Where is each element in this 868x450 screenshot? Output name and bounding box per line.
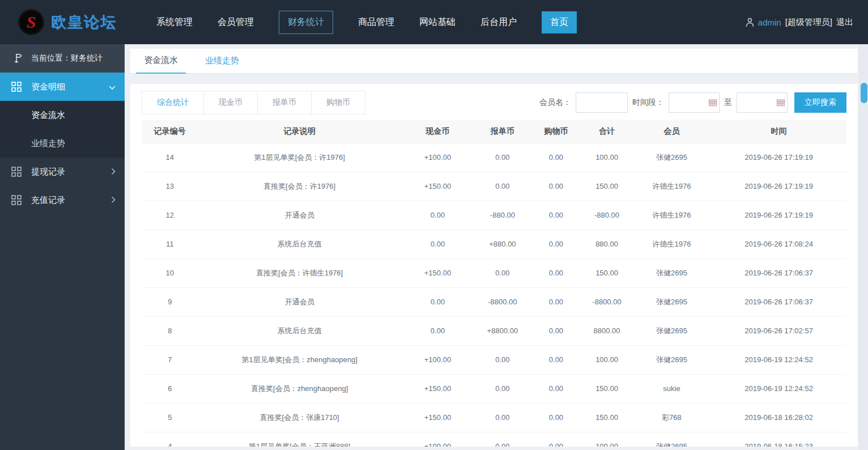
search-button[interactable]: 立即搜索 — [794, 92, 846, 113]
nav-item-finance[interactable]: 财务统计 — [279, 11, 333, 34]
to-label: 至 — [724, 97, 732, 108]
table-cell: 5 — [142, 403, 198, 432]
nav-item-system[interactable]: 系统管理 — [156, 16, 193, 28]
logo-text: 欧皇论坛 — [51, 12, 117, 32]
filter-comprehensive[interactable]: 综合统计 — [142, 91, 204, 114]
grid-icon — [10, 165, 23, 178]
table-cell: 14 — [142, 143, 198, 172]
table-cell: 许德生1976 — [632, 230, 711, 258]
tab-fund-flow[interactable]: 资金流水 — [136, 55, 186, 74]
table-cell: +150.00 — [401, 403, 474, 432]
nav-item-site[interactable]: 网站基础 — [419, 16, 456, 28]
sidebar-item-funds-detail[interactable]: 资金明细 — [0, 73, 125, 101]
breadcrumb-current-location: 当前位置：财务统计 — [0, 44, 125, 73]
signpost-icon — [10, 52, 23, 65]
username-link[interactable]: admin — [758, 18, 781, 27]
table-cell: 6 — [142, 374, 198, 403]
filter-shopping-coin[interactable]: 购物币 — [311, 91, 365, 114]
chevron-down-icon — [109, 82, 116, 92]
logout-link[interactable]: 退出 — [836, 17, 853, 28]
table-cell: 0.00 — [474, 403, 531, 432]
table-cell: 直推奖[会员：许德生1976] — [198, 258, 401, 287]
vertical-scrollbar[interactable] — [859, 44, 868, 450]
sidebar-item-withdraw-records[interactable]: 提现记录 — [0, 158, 125, 186]
col-member: 会员 — [632, 120, 711, 143]
table-cell: 150.00 — [581, 172, 632, 201]
table-cell: +150.00 — [401, 172, 474, 201]
filter-cash-coin[interactable]: 现金币 — [203, 91, 258, 114]
table-cell: 100.00 — [581, 143, 632, 172]
table-cell: -880.00 — [474, 201, 531, 230]
table-cell: 0.00 — [401, 230, 474, 258]
filter-row: 综合统计 现金币 报单币 购物币 会员名： 时间段： — [142, 91, 846, 114]
member-name-input[interactable] — [576, 92, 628, 113]
table-cell: 8 — [142, 316, 198, 345]
user-role: [超级管理员] — [785, 17, 832, 28]
table-cell: 0.00 — [401, 287, 474, 316]
table-cell: 9 — [142, 287, 198, 316]
table-row: 11系统后台充值0.00+880.000.00880.00许德生19762019… — [142, 230, 846, 258]
sidebar-item-recharge-records[interactable]: 充值记录 — [0, 186, 125, 214]
nav-item-members[interactable]: 会员管理 — [218, 16, 254, 28]
sidebar-subitem-label: 资金流水 — [31, 110, 65, 121]
col-total: 合计 — [581, 120, 632, 143]
table-cell: 0.00 — [531, 287, 582, 316]
col-time: 时间 — [711, 120, 846, 143]
period-label: 时间段： — [632, 97, 664, 108]
table-cell: 开通会员 — [198, 201, 401, 230]
table-cell: 0.00 — [531, 172, 582, 201]
sidebar-subitem-performance-trend[interactable]: 业绩走势 — [0, 129, 125, 158]
nav-item-products[interactable]: 商品管理 — [358, 16, 394, 28]
sidebar-subitem-fund-flow[interactable]: 资金流水 — [0, 101, 125, 129]
table-row: 7第1层见单奖[会员：zhenghaopeng]+100.000.000.001… — [142, 345, 846, 374]
table-row: 4第1层见单奖[会员：王亚洲888]+100.000.000.00100.00张… — [142, 432, 846, 447]
table-cell: 2019-06-26 17:08:24 — [711, 230, 846, 258]
table-cell: 150.00 — [581, 258, 632, 287]
table-cell: 2019-06-26 17:06:37 — [711, 287, 846, 316]
table-cell: 0.00 — [531, 143, 582, 172]
user-icon — [746, 18, 754, 27]
date-from-input[interactable] — [669, 92, 720, 113]
scrollbar-thumb[interactable] — [861, 83, 867, 103]
chevron-right-icon — [111, 196, 116, 205]
table-cell: 880.00 — [581, 230, 632, 258]
table-cell: +100.00 — [401, 432, 474, 447]
table-cell: 第1层见单奖[会员：zhenghaopeng] — [198, 345, 401, 374]
table-cell: 许德生1976 — [632, 201, 711, 230]
col-record-id: 记录编号 — [142, 120, 198, 143]
nav-item-home[interactable]: 首页 — [542, 11, 577, 33]
sidebar-item-label: 提现记录 — [31, 167, 65, 177]
col-shopping-coin: 购物币 — [531, 120, 582, 143]
table-cell: +100.00 — [401, 143, 474, 172]
table-cell: 0.00 — [401, 201, 474, 230]
logo-icon: S — [18, 9, 44, 35]
fund-flow-panel: 综合统计 现金币 报单币 购物币 会员名： 时间段： — [130, 84, 858, 447]
date-to-input[interactable] — [737, 92, 788, 113]
filter-order-coin[interactable]: 报单币 — [257, 91, 312, 114]
date-from-wrap — [669, 92, 720, 113]
top-navbar: S 欧皇论坛 系统管理 会员管理 财务统计 商品管理 网站基础 后台用户 首页 … — [0, 0, 868, 44]
table-cell: 0.00 — [531, 258, 582, 287]
table-cell: 2019-06-19 12:24:52 — [711, 374, 846, 403]
table-cell: 2019-06-26 17:19:19 — [711, 172, 846, 201]
tab-performance-trend[interactable]: 业绩走势 — [197, 56, 247, 73]
table-cell: 12 — [142, 201, 198, 230]
table-cell: 系统后台充值 — [198, 230, 401, 258]
table-cell: 11 — [142, 230, 198, 258]
table-cell: 系统后台充值 — [198, 316, 401, 345]
breadcrumb-label: 当前位置：财务统计 — [31, 53, 103, 63]
date-to-wrap — [737, 92, 788, 113]
table-row: 8系统后台充值0.00+8800.000.008800.00张健26952019… — [142, 316, 846, 345]
nav-item-backend-users[interactable]: 后台用户 — [480, 16, 517, 28]
table-cell: 2019-06-18 16:15:23 — [711, 432, 846, 447]
table-cell: +100.00 — [401, 345, 474, 374]
table-cell: 10 — [142, 258, 198, 287]
table-row: 10直推奖[会员：许德生1976]+150.000.000.00150.00张健… — [142, 258, 846, 287]
logo[interactable]: S 欧皇论坛 — [0, 9, 142, 35]
table-cell: 张健2695 — [632, 143, 711, 172]
table-cell: 0.00 — [474, 374, 531, 403]
table-row: 6直推奖[会员：zhenghaopeng]+150.000.000.00150.… — [142, 374, 846, 403]
table-cell: 第1层见单奖[会员：许1976] — [198, 143, 401, 172]
table-cell: 2019-06-26 17:19:19 — [711, 143, 846, 172]
table-cell: 0.00 — [531, 316, 582, 345]
